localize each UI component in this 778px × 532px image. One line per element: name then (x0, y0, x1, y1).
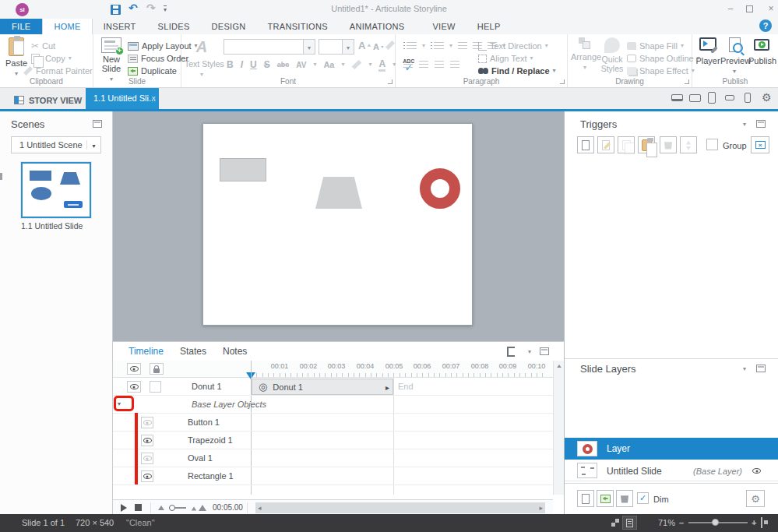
fit-to-window-button[interactable] (761, 517, 762, 528)
zoom-out-button[interactable]: – (679, 518, 684, 527)
focus-order-button[interactable]: Focus Order (128, 53, 188, 64)
timeline-row-rectangle[interactable]: Rectangle 1 (113, 467, 553, 485)
paste-dropdown-icon[interactable] (15, 70, 18, 77)
close-button[interactable]: × (765, 3, 777, 14)
font-name-select[interactable] (224, 39, 315, 55)
tab-design[interactable]: DESIGN (201, 19, 257, 34)
timeline-row-oval[interactable]: Oval 1 (113, 449, 553, 467)
visibility-toggle[interactable] (141, 435, 153, 446)
panel-resize-handle[interactable] (0, 173, 2, 180)
triggers-menu-dropdown-icon[interactable] (743, 122, 746, 128)
visibility-toggle[interactable] (127, 381, 141, 393)
dim-checkbox[interactable] (637, 492, 649, 504)
slide-canvas[interactable] (113, 111, 565, 341)
slide-view-button-statusbar[interactable] (622, 516, 637, 530)
tab-home[interactable]: HOME (42, 19, 92, 34)
zoom-in-timeline-icon[interactable] (199, 505, 206, 511)
timeline-row-base-layer-objects[interactable]: Base Layer Objects (113, 396, 553, 414)
tab-timeline[interactable]: Timeline (128, 346, 164, 357)
tab-help[interactable]: HELP (466, 19, 512, 34)
lock-checkbox[interactable] (150, 381, 161, 393)
timeline-row-button[interactable]: Button 1 (113, 414, 553, 432)
tab-slides[interactable]: SLIDES (147, 19, 201, 34)
paragraph-expander-icon[interactable] (560, 79, 565, 84)
tab-close-icon[interactable] (151, 88, 156, 109)
tab-file[interactable]: FILE (0, 19, 42, 34)
slide-thumbnail[interactable] (21, 162, 91, 218)
visibility-toggle[interactable] (141, 470, 153, 482)
scenes-float-icon[interactable] (93, 120, 102, 128)
phone-landscape-preview-icon[interactable] (725, 95, 734, 100)
scroll-up-icon[interactable] (557, 365, 561, 368)
preview-settings-gear-icon[interactable] (762, 91, 772, 104)
stop-button[interactable] (135, 504, 142, 511)
timeline-row-trapezoid[interactable]: Trapezoid 1 (113, 432, 553, 449)
desktop-preview-icon[interactable] (689, 94, 701, 102)
story-view-tab[interactable]: STORY VIEW (6, 91, 90, 109)
tab-notes[interactable]: Notes (223, 346, 247, 357)
manage-variables-button[interactable] (751, 136, 769, 153)
story-view-button-statusbar[interactable] (611, 519, 619, 527)
tab-transitions[interactable]: TRANSITIONS (257, 19, 339, 34)
zoom-in-button[interactable]: + (752, 518, 756, 527)
visibility-toggle[interactable] (141, 417, 153, 428)
font-size-dropdown-icon[interactable] (347, 44, 350, 51)
active-slide-tab[interactable]: 1.1 Untitled Sli... (86, 88, 159, 109)
font-size-select[interactable] (319, 39, 354, 55)
triggers-float-icon[interactable] (756, 120, 766, 128)
publish-button[interactable]: Publish (748, 37, 775, 65)
trapezoid-shape[interactable] (315, 177, 362, 209)
phone-portrait-preview-icon[interactable] (745, 93, 751, 103)
tablet-preview-icon[interactable] (708, 92, 716, 104)
play-button[interactable] (121, 504, 127, 512)
donut-duration-bar[interactable]: Donut 1 (252, 379, 393, 395)
timeline-scale-icon[interactable] (507, 347, 515, 357)
tab-view[interactable]: VIEW (415, 19, 466, 34)
timeline-zoom-knob[interactable] (169, 505, 175, 511)
minimize-button[interactable]: – (724, 3, 737, 14)
show-all-toggle[interactable] (127, 363, 141, 375)
tab-states[interactable]: States (180, 346, 206, 357)
scroll-right-icon[interactable]: ▸ (539, 504, 543, 512)
delete-layer-button[interactable] (616, 490, 633, 507)
slide-layers-float-icon[interactable] (756, 365, 766, 372)
find-replace-dropdown-icon[interactable] (553, 68, 556, 74)
preview-button[interactable]: Preview (720, 37, 748, 75)
zoom-out-timeline-icon[interactable] (158, 506, 164, 510)
donut-shape[interactable] (420, 168, 460, 209)
group-checkbox[interactable] (706, 139, 718, 150)
maximize-button[interactable] (746, 5, 753, 12)
timeline-zoom-slider[interactable] (169, 507, 186, 509)
tab-insert[interactable]: INSERT (93, 19, 147, 34)
preview-dropdown-icon[interactable] (733, 68, 736, 75)
new-layer-button[interactable] (577, 490, 594, 507)
timeline-horizontal-scrollbar[interactable]: ◂ ▸ (255, 502, 545, 513)
timeline-row-donut[interactable]: Donut 1 Donut 1 End (113, 378, 553, 396)
layer-row-selected[interactable]: Layer (565, 438, 778, 460)
visibility-toggle[interactable] (141, 453, 153, 464)
scene-dropdown[interactable]: 1 Untitled Scene (11, 136, 101, 153)
timeline-vertical-scrollbar[interactable] (553, 361, 564, 495)
slide-stage[interactable] (202, 123, 473, 326)
scroll-left-icon[interactable]: ◂ (258, 504, 262, 512)
laptop-preview-icon[interactable] (671, 94, 683, 101)
rectangle-shape[interactable] (220, 158, 266, 181)
duplicate-button[interactable]: Duplicate (128, 65, 177, 76)
zoom-slider-knob[interactable] (712, 519, 719, 526)
new-trigger-button[interactable] (577, 136, 594, 153)
tab-animations[interactable]: ANIMATIONS (339, 19, 416, 34)
new-slide-button[interactable]: New Slide (98, 37, 125, 83)
drawing-expander-icon[interactable] (685, 79, 689, 84)
base-layer-eye-icon[interactable] (752, 468, 761, 474)
timeline-menu-dropdown-icon[interactable] (528, 349, 531, 355)
paste-trigger-button[interactable] (638, 136, 655, 153)
font-expander-icon[interactable] (388, 79, 393, 84)
base-layer-row[interactable]: Untitled Slide (Base Layer) (565, 460, 778, 481)
help-icon[interactable] (759, 19, 772, 32)
layer-properties-button[interactable] (746, 490, 765, 507)
zoom-in-small-icon[interactable] (192, 507, 196, 511)
slide-layers-menu-dropdown-icon[interactable] (743, 366, 746, 372)
font-name-dropdown-icon[interactable] (308, 44, 311, 51)
lock-all-toggle[interactable] (150, 363, 164, 375)
timeline-float-icon[interactable] (540, 347, 549, 355)
